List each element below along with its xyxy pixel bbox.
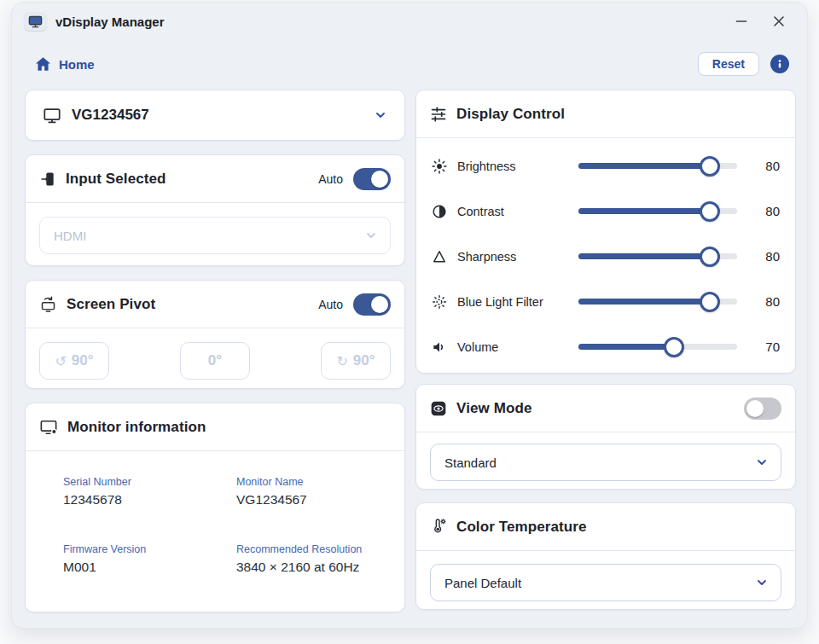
slider-thumb[interactable]	[700, 292, 720, 312]
view-mode-icon	[430, 400, 447, 417]
slider-label: Brightness	[457, 160, 570, 173]
title-bar: vDisplay Manager	[12, 3, 807, 40]
sharpness-icon	[430, 248, 449, 265]
rotate-ccw-icon: ↺	[55, 353, 66, 369]
device-name: VG1234567	[72, 107, 149, 124]
contrast-slider[interactable]	[578, 200, 737, 223]
field-value: VG1234567	[236, 492, 396, 508]
slider-value: 80	[751, 294, 780, 309]
info-field-serial: Serial Number 12345678	[63, 476, 236, 508]
input-auto-toggle[interactable]	[353, 168, 391, 190]
slider-value: 70	[751, 339, 780, 354]
blue-light-filter-row: Blue Light Filter 80	[430, 279, 780, 324]
monitor-icon	[43, 107, 61, 125]
volume-icon	[430, 339, 449, 356]
contrast-icon	[430, 203, 449, 220]
slider-label: Sharpness	[457, 250, 570, 264]
info-field-name: Monitor Name VG1234567	[236, 476, 396, 508]
rotate-0-button: 0°	[180, 342, 250, 380]
field-label: Monitor Name	[236, 476, 396, 488]
view-mode-value: Standard	[444, 455, 497, 470]
volume-slider[interactable]	[578, 336, 737, 358]
app-window: vDisplay Manager Home Reset	[11, 2, 808, 629]
input-auto-label: Auto	[318, 172, 343, 186]
view-mode-header: View Mode	[416, 385, 795, 432]
view-mode-title: View Mode	[456, 400, 531, 417]
slider-label: Blue Light Filter	[457, 295, 570, 309]
input-selected-header: Input Selected Auto	[26, 155, 404, 203]
brightness-slider[interactable]	[578, 155, 737, 177]
chevron-down-icon	[755, 455, 769, 469]
display-control-title: Display Control	[456, 106, 565, 123]
input-selected-card: Input Selected Auto HDMI	[25, 154, 405, 266]
monitor-info-title: Monitor information	[67, 419, 206, 436]
input-source-dropdown: HDMI	[39, 217, 391, 254]
sliders-icon	[430, 106, 447, 123]
slider-thumb[interactable]	[664, 337, 684, 357]
view-mode-dropdown[interactable]: Standard	[430, 444, 781, 481]
field-value: 12345678	[63, 492, 236, 508]
info-field-resolution: Recommended Resolution 3840 × 2160 at 60…	[236, 543, 396, 575]
color-temperature-value: Panel Default	[444, 576, 521, 590]
header-row: Home Reset	[12, 52, 807, 76]
view-mode-toggle[interactable]	[744, 397, 781, 420]
slider-label: Volume	[457, 340, 570, 354]
info-field-firmware: Firmware Version M001	[63, 543, 236, 575]
screen-pivot-header: Screen Pivot Auto	[26, 281, 404, 328]
slider-value: 80	[751, 249, 780, 264]
rotate-cw-90-button: ↻ 90°	[321, 342, 391, 380]
home-icon	[35, 56, 51, 72]
slider-label: Contrast	[457, 205, 570, 218]
display-control-header: Display Control	[416, 90, 795, 138]
color-temperature-dropdown[interactable]: Panel Default	[430, 564, 781, 601]
screen-pivot-card: Screen Pivot Auto ↺ 90° 0° ↻ 90°	[25, 280, 405, 389]
view-mode-card: View Mode Standard	[415, 384, 796, 490]
screen-pivot-title: Screen Pivot	[67, 296, 155, 313]
pivot-auto-label: Auto	[318, 298, 343, 311]
monitor-info-icon	[39, 419, 58, 436]
slider-thumb[interactable]	[700, 201, 720, 222]
pivot-auto-toggle[interactable]	[353, 293, 391, 316]
field-label: Firmware Version	[63, 543, 236, 555]
device-selector[interactable]: VG1234567	[25, 90, 405, 141]
brightness-row: Brightness 80	[430, 143, 780, 189]
minimize-button[interactable]	[729, 9, 754, 33]
input-source-value: HDMI	[54, 229, 86, 243]
field-value: M001	[63, 560, 236, 575]
reset-button[interactable]: Reset	[698, 52, 759, 76]
monitor-info-card: Monitor information Serial Number 123456…	[25, 403, 405, 612]
blue-light-filter-icon	[430, 293, 449, 310]
monitor-info-header: Monitor information	[26, 403, 404, 451]
info-icon[interactable]	[770, 55, 789, 73]
color-temperature-icon	[430, 518, 447, 536]
input-source-icon	[39, 171, 56, 188]
input-selected-title: Input Selected	[66, 171, 166, 188]
app-icon	[24, 12, 47, 31]
slider-thumb[interactable]	[700, 247, 720, 267]
field-value: 3840 × 2160 at 60Hz	[236, 560, 396, 575]
color-temperature-card: Color Temperature Panel Default	[415, 502, 796, 610]
contrast-row: Contrast 80	[430, 189, 780, 234]
chevron-down-icon	[364, 229, 378, 242]
color-temperature-header: Color Temperature	[416, 503, 795, 551]
home-label: Home	[59, 57, 95, 72]
display-control-card: Display Control Brightness 80	[415, 90, 796, 374]
slider-thumb[interactable]	[700, 156, 720, 177]
slider-value: 80	[751, 204, 780, 218]
close-button[interactable]	[766, 9, 792, 33]
chevron-down-icon	[755, 576, 769, 589]
window-title: vDisplay Manager	[55, 15, 165, 29]
field-label: Serial Number	[63, 476, 236, 488]
home-link[interactable]: Home	[35, 56, 95, 72]
brightness-icon	[430, 158, 449, 175]
color-temperature-title: Color Temperature	[456, 519, 587, 536]
sharpness-row: Sharpness 80	[430, 234, 780, 279]
rotate-cw-icon: ↻	[336, 353, 347, 369]
rotate-ccw-90-button: ↺ 90°	[39, 342, 109, 380]
blue-light-filter-slider[interactable]	[578, 291, 737, 313]
screen-pivot-icon	[39, 295, 57, 313]
slider-value: 80	[751, 159, 780, 173]
field-label: Recommended Resolution	[236, 543, 396, 555]
volume-row: Volume 70	[430, 324, 780, 369]
sharpness-slider[interactable]	[578, 246, 737, 268]
